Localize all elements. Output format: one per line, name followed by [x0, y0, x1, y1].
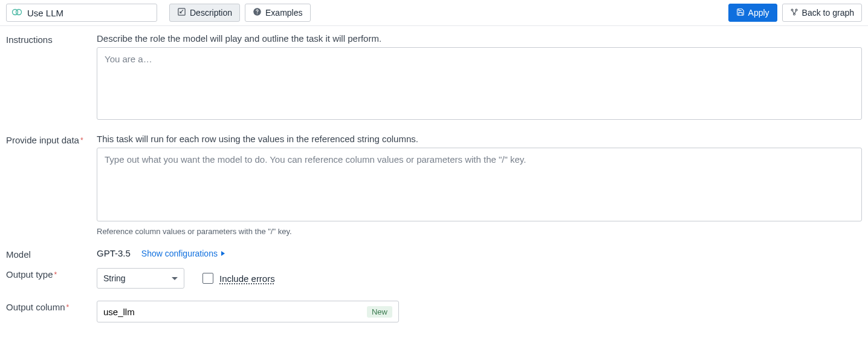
toolbar: Description Examples Apply — [0, 0, 868, 26]
input-data-helper: This task will run for each row using th… — [97, 134, 862, 144]
instructions-helper: Describe the role the model will play an… — [97, 33, 862, 44]
required-marker: * — [80, 135, 83, 146]
description-tab[interactable]: Description — [169, 4, 240, 22]
output-type-row: Output type * String Include errors — [6, 268, 862, 289]
required-marker: * — [54, 269, 57, 280]
input-data-label: Provide input data — [6, 135, 79, 146]
node-title-input[interactable] — [27, 8, 152, 18]
input-data-textarea[interactable] — [97, 148, 862, 221]
back-to-graph-label: Back to graph — [802, 8, 854, 18]
apply-button[interactable]: Apply — [728, 4, 777, 22]
output-type-select[interactable]: String — [97, 268, 184, 289]
instructions-textarea[interactable] — [97, 47, 862, 120]
examples-tab[interactable]: Examples — [245, 4, 310, 22]
input-data-hint: Reference column values or parameters wi… — [97, 227, 862, 236]
show-configurations-label: Show configurations — [141, 249, 218, 258]
triangle-right-icon — [221, 251, 225, 256]
instructions-label: Instructions — [6, 34, 53, 45]
output-column-row: Output column * New — [6, 301, 862, 322]
model-row: Model GPT-3.5 Show configurations — [6, 248, 862, 260]
include-errors-label: Include errors — [219, 273, 275, 284]
chevron-down-icon — [172, 277, 178, 280]
question-circle-icon — [253, 7, 262, 18]
edit-icon — [177, 7, 186, 18]
node-title-field[interactable] — [6, 4, 157, 22]
apply-button-label: Apply — [748, 8, 769, 18]
input-data-row: Provide input data * This task will run … — [6, 134, 862, 236]
save-icon — [736, 8, 745, 18]
description-tab-label: Description — [190, 8, 232, 18]
new-badge: New — [367, 306, 392, 318]
graph-icon — [790, 8, 798, 18]
examples-tab-label: Examples — [265, 8, 302, 18]
output-column-input[interactable] — [103, 307, 367, 317]
show-configurations-link[interactable]: Show configurations — [141, 249, 225, 258]
back-to-graph-button[interactable]: Back to graph — [782, 4, 862, 22]
output-type-value: String — [103, 273, 126, 283]
instructions-row: Instructions Describe the role the model… — [6, 33, 862, 122]
model-value: GPT-3.5 — [97, 248, 131, 258]
svg-point-1 — [16, 9, 22, 15]
svg-point-4 — [257, 13, 257, 14]
output-type-label: Output type — [6, 269, 53, 280]
required-marker: * — [66, 302, 70, 313]
include-errors-checkbox[interactable] — [202, 273, 213, 284]
output-column-field[interactable]: New — [97, 301, 399, 322]
form-body: Instructions Describe the role the model… — [0, 26, 868, 340]
output-column-label: Output column — [6, 302, 65, 313]
model-label: Model — [6, 249, 31, 260]
llm-node-icon — [11, 7, 22, 19]
